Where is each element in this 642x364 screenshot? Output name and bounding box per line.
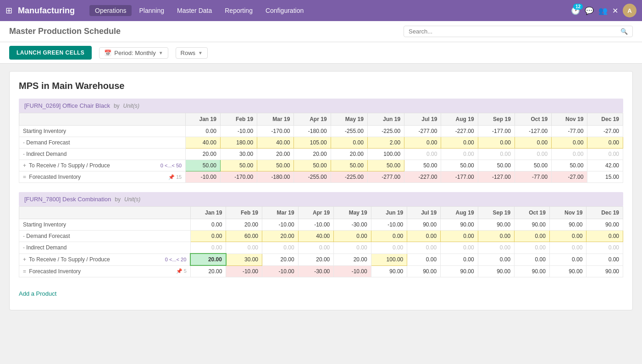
cell: -277.00: [404, 126, 441, 137]
demand-forecast-cell[interactable]: 60.00: [226, 231, 262, 242]
receive-cell[interactable]: 50.00: [331, 160, 367, 171]
cell: -225.00: [331, 171, 367, 183]
demand-forecast-cell[interactable]: 0.00: [549, 231, 587, 242]
cell: -170.00: [257, 126, 294, 137]
cell: 90.00: [407, 219, 441, 231]
col-feb19-2: Feb 19: [226, 207, 262, 219]
receive-cell[interactable]: 100.00: [371, 254, 407, 265]
avatar[interactable]: A: [623, 4, 636, 17]
cell: -10.00: [262, 219, 298, 231]
launch-green-cells-button[interactable]: LAUNCH GREEN CELLS: [9, 46, 92, 60]
col-may19-1: May 19: [331, 113, 367, 126]
demand-forecast-cell[interactable]: 40.00: [186, 137, 221, 149]
contacts-icon[interactable]: 👥: [598, 6, 608, 15]
cell: 0.00: [587, 254, 623, 265]
cell: 20.00: [262, 254, 298, 265]
receive-cell[interactable]: 20.00: [190, 254, 226, 265]
col-apr19-1: Apr 19: [294, 113, 331, 126]
cell: -180.00: [294, 126, 331, 137]
add-product-link[interactable]: Add a Product: [19, 287, 56, 301]
main-content: MPS in Main Warehouse [FURN_0269] Office…: [0, 64, 642, 318]
demand-forecast-cell[interactable]: 105.00: [294, 137, 331, 149]
cell: -10.00: [334, 265, 371, 277]
cell: -177.00: [478, 126, 515, 137]
demand-forecast-cell[interactable]: 2.00: [367, 137, 404, 149]
cell: 90.00: [441, 265, 478, 277]
rows-selector[interactable]: Rows ▼: [176, 47, 208, 59]
demand-forecast-cell[interactable]: 0.00: [371, 231, 407, 242]
cell: -27.00: [552, 171, 587, 183]
constraint-label-2: 0 <...< 20: [161, 257, 186, 262]
cell: -77.00: [552, 126, 587, 137]
nav-reporting[interactable]: Reporting: [219, 5, 258, 16]
demand-forecast-cell[interactable]: 0.00: [190, 231, 226, 242]
receive-cell[interactable]: 50.00: [186, 160, 221, 171]
demand-forecast-cell[interactable]: 0.00: [515, 231, 550, 242]
cell: -10.00: [186, 171, 221, 183]
cell: -10.00: [220, 126, 257, 137]
cell: 90.00: [549, 219, 587, 231]
toolbar: LAUNCH GREEN CELLS 📅 Period: Monthly ▼ R…: [0, 42, 642, 64]
product-header-2: [FURN_7800] Desk Combination by Unit(s): [19, 192, 623, 206]
demand-forecast-cell[interactable]: 0.00: [587, 231, 623, 242]
demand-forecast-cell[interactable]: 0.00: [478, 231, 515, 242]
cell: -27.00: [587, 126, 623, 137]
cell: 0.00: [478, 254, 515, 265]
receive-cell[interactable]: 50.00: [220, 160, 257, 171]
row-label: Starting Inventory: [19, 126, 186, 137]
col-jul19-2: Jul 19: [407, 207, 441, 219]
cell: 50.00: [478, 160, 515, 171]
cell: 0.00: [478, 149, 515, 160]
table-row: - Demand Forecast 40.00 180.00 40.00 105…: [19, 137, 623, 149]
period-selector[interactable]: 📅 Period: Monthly ▼: [99, 47, 168, 59]
nav-master-data[interactable]: Master Data: [172, 5, 217, 16]
receive-cell[interactable]: 50.00: [257, 160, 294, 171]
demand-forecast-cell[interactable]: 40.00: [257, 137, 294, 149]
close-icon[interactable]: ✕: [612, 6, 618, 15]
grid-icon[interactable]: ⊞: [6, 6, 12, 16]
cell: 0.00: [441, 242, 478, 254]
demand-forecast-cell[interactable]: 0.00: [478, 137, 515, 149]
demand-forecast-cell[interactable]: 40.00: [298, 231, 334, 242]
demand-forecast-cell[interactable]: 0.00: [515, 137, 551, 149]
chat-icon[interactable]: 💬: [585, 6, 594, 15]
cell: -227.00: [404, 171, 441, 183]
col-jul19-1: Jul 19: [404, 113, 441, 126]
nav-operations[interactable]: Operations: [89, 5, 132, 16]
cell: 20.00: [190, 265, 226, 277]
cell: 90.00: [371, 265, 407, 277]
search-icon[interactable]: 🔍: [620, 28, 628, 35]
activity-icon[interactable]: 🕑 12: [571, 6, 580, 15]
receive-cell[interactable]: 30.00: [226, 254, 262, 265]
demand-forecast-cell[interactable]: 20.00: [262, 231, 298, 242]
col-feb19-1: Feb 19: [220, 113, 257, 126]
demand-forecast-cell[interactable]: 0.00: [552, 137, 587, 149]
product-link-2[interactable]: [FURN_7800] Desk Combination: [24, 196, 111, 203]
cell: 0.00: [371, 242, 407, 254]
product-by-2: by: [115, 196, 121, 203]
demand-forecast-cell[interactable]: 180.00: [220, 137, 257, 149]
cell: 30.00: [220, 149, 257, 160]
subheader: Master Production Schedule 🔍: [0, 21, 642, 42]
search-input[interactable]: [409, 28, 620, 35]
demand-forecast-cell[interactable]: 0.00: [441, 231, 478, 242]
cell: 0.00: [441, 254, 478, 265]
receive-cell[interactable]: 50.00: [367, 160, 404, 171]
demand-forecast-cell[interactable]: 0.00: [441, 137, 478, 149]
product-link-1[interactable]: [FURN_0269] Office Chair Black: [24, 102, 110, 109]
cell: 0.00: [549, 242, 587, 254]
demand-forecast-cell[interactable]: 0.00: [587, 137, 623, 149]
demand-forecast-cell[interactable]: 0.00: [331, 137, 367, 149]
demand-forecast-cell[interactable]: 0.00: [407, 231, 441, 242]
product-table-2: Jan 19 Feb 19 Mar 19 Apr 19 May 19 Jun 1…: [19, 206, 623, 277]
cell: 0.00: [404, 149, 441, 160]
demand-forecast-cell[interactable]: 0.00: [404, 137, 441, 149]
receive-cell[interactable]: 50.00: [294, 160, 331, 171]
cell: 42.00: [587, 160, 623, 171]
demand-forecast-cell[interactable]: 0.00: [334, 231, 371, 242]
search-bar: 🔍: [404, 26, 633, 37]
calendar-icon: 📅: [104, 50, 111, 56]
nav-planning[interactable]: Planning: [133, 5, 170, 16]
cell: 50.00: [441, 160, 478, 171]
nav-configuration[interactable]: Configuration: [260, 5, 309, 16]
